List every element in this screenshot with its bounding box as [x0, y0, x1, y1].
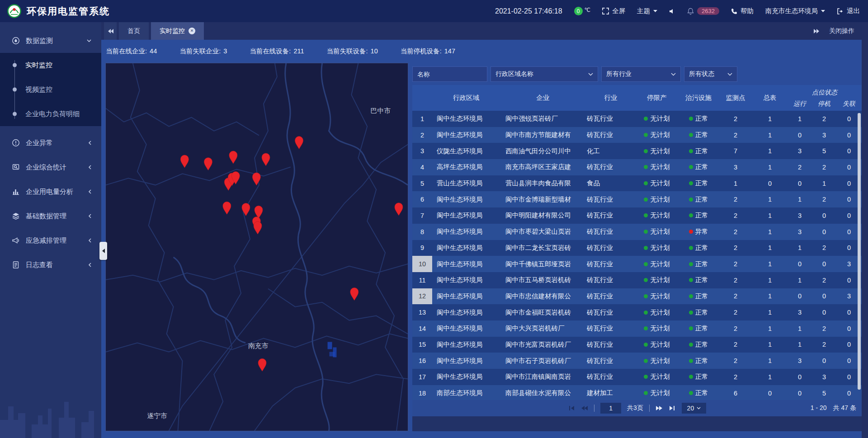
- map-marker-pin[interactable]: [223, 202, 231, 214]
- volume-button[interactable]: [669, 8, 675, 14]
- table-row[interactable]: 3仪陇生态环境局西南油气田分公司川中化工无计划正常71350: [412, 143, 862, 159]
- last-page-button[interactable]: [669, 405, 676, 411]
- col-industry: 行业: [586, 85, 636, 111]
- help-button[interactable]: 帮助: [731, 7, 754, 15]
- table-row[interactable]: 15阆中生态环境局阆中市光富页岩机砖厂砖瓦行业无计划正常21120: [412, 337, 862, 353]
- chevron-down-icon: [727, 73, 732, 76]
- cell-industry: 砖瓦行业: [586, 207, 636, 224]
- content-area: 首页 实时监控 ✕ 关闭操作 当前在线企业: 44当前失联企业: 3当前在线设备…: [101, 22, 868, 438]
- sidebar-collapse-handle[interactable]: [99, 242, 107, 260]
- map-marker-pin[interactable]: [229, 151, 237, 164]
- cell-run-count: 0: [788, 256, 812, 272]
- map-marker-pin[interactable]: [242, 203, 250, 216]
- table-row[interactable]: 10阆中生态环境局阆中千佛镇五郎垭页岩砖瓦行业无计划正常21003: [412, 256, 862, 272]
- table-row[interactable]: 6阆中生态环境局阆中市金博瑞新型墙材砖瓦行业无计划正常21120: [412, 191, 862, 207]
- cell-region: 阆中生态环境局: [432, 353, 500, 369]
- prev-page-button[interactable]: [581, 405, 588, 411]
- table-body: 1阆中生态环境局阆中强锐页岩砖厂砖瓦行业无计划正常211202阆中生态环境局阆中…: [412, 111, 862, 400]
- name-filter-input[interactable]: [412, 66, 487, 82]
- cell-monitor-count: 7: [719, 143, 752, 159]
- table-row[interactable]: 9阆中生态环境局阆中市二龙长宝页岩砖砖瓦行业无计划正常21120: [412, 240, 862, 256]
- table-row[interactable]: 17阆中生态环境局阆中市江南镇阆南页岩砖瓦行业无计划正常21030: [412, 369, 862, 385]
- page-size-select[interactable]: 20: [682, 403, 706, 414]
- cell-production-status: 无计划: [636, 111, 678, 127]
- logout-button[interactable]: 退出: [837, 7, 860, 15]
- table-row[interactable]: 12阆中生态环境局阆中市忠信建材有限公砖瓦行业无计划正常21003: [412, 288, 862, 305]
- cell-industry: 砖瓦行业: [586, 256, 636, 272]
- sidebar-item-enterprise-statistics[interactable]: 企业综合统计: [0, 155, 101, 179]
- cell-meter-count: 1: [752, 337, 788, 353]
- close-operations-button[interactable]: 关闭操作: [829, 27, 854, 35]
- sidebar-item-power-usage-analysis[interactable]: 企业用电量分析: [0, 179, 101, 204]
- table-row[interactable]: 2阆中生态环境局阆中市南方节能建材有砖瓦行业无计划正常21030: [412, 127, 862, 143]
- table-row[interactable]: 14阆中生态环境局阆中大兴页岩机砖厂砖瓦行业无计划正常21120: [412, 320, 862, 337]
- total-pages-label: 共3页: [627, 404, 643, 412]
- table-row[interactable]: 1阆中生态环境局阆中强锐页岩砖厂砖瓦行业无计划正常21120: [412, 111, 862, 127]
- cell-company: 阆中市江南镇阆南页岩: [500, 369, 586, 385]
- status-filter-select[interactable]: 所有状态: [684, 66, 737, 82]
- user-menu[interactable]: 南充市生态环境局: [765, 7, 825, 15]
- table-row[interactable]: 7阆中生态环境局阆中明阳建材有限公司砖瓦行业无计划正常21300: [412, 207, 862, 224]
- fullscreen-button[interactable]: 全屏: [602, 7, 625, 15]
- map-panel[interactable]: 巴中市南充市遂宁市: [105, 63, 408, 431]
- map-marker-pin[interactable]: [252, 173, 260, 185]
- stats-search-icon: [12, 163, 20, 171]
- current-page-input[interactable]: 1: [600, 403, 621, 414]
- table-scrollbar[interactable]: [858, 113, 861, 390]
- table-row[interactable]: 5营山生态环境局营山县润丰肉食品有限食品无计划正常10010: [412, 175, 862, 192]
- green-dot-icon: [644, 278, 648, 282]
- table-row[interactable]: 11阆中生态环境局阆中市五马桥页岩机砖砖瓦行业无计划正常21120: [412, 272, 862, 288]
- table-row[interactable]: 18南部生态环境局南部县砌佳水泥有限公建材加工无计划正常60050: [412, 385, 862, 400]
- sidebar-item-log-view[interactable]: 日志查看: [0, 253, 101, 277]
- map-marker-pin[interactable]: [255, 206, 263, 218]
- cell-facility-status: 异常: [678, 224, 719, 240]
- region-filter-select[interactable]: 行政区域名称: [491, 66, 598, 82]
- page-scrollbar-track[interactable]: [862, 22, 868, 438]
- status-dot-icon: [689, 326, 693, 330]
- theme-menu[interactable]: 主题: [637, 7, 657, 15]
- tab-close-icon[interactable]: ✕: [189, 28, 195, 34]
- table-row[interactable]: 4高坪生态环境局南充市高坪区王家店建砖瓦行业无计划正常31220: [412, 159, 862, 175]
- table-row[interactable]: 8阆中生态环境局阆中市枣碧大梁山页岩砖瓦行业无计划异常21300: [412, 224, 862, 240]
- map-marker-pin[interactable]: [204, 158, 212, 170]
- map-marker-pin[interactable]: [350, 287, 359, 300]
- cell-facility-status: 正常: [678, 369, 719, 385]
- map-marker-pin[interactable]: [295, 136, 303, 149]
- sidebar-item-enterprise-abnormal[interactable]: 企业异常: [0, 131, 101, 155]
- next-page-button[interactable]: [656, 405, 663, 411]
- cell-industry: 砖瓦行业: [586, 304, 636, 320]
- stat-label: 当前失联设备:: [327, 47, 370, 55]
- cell-monitor-count: 2: [719, 224, 752, 240]
- map-marker-pin[interactable]: [262, 153, 270, 166]
- stat-label: 当前停机设备:: [401, 47, 443, 55]
- sidebar-item-power-load-detail[interactable]: 企业电力负荷明细: [0, 102, 101, 126]
- industry-filter-select[interactable]: 所有行业: [601, 66, 681, 82]
- table-row[interactable]: 16阆中生态环境局阆中市石子页岩机砖厂砖瓦行业无计划正常21300: [412, 353, 862, 369]
- cell-facility-status: 正常: [678, 288, 719, 305]
- table-row[interactable]: 13阆中生态环境局阆中市金福旺页岩机砖砖瓦行业无计划正常21300: [412, 304, 862, 320]
- tab-realtime-monitoring[interactable]: 实时监控 ✕: [151, 22, 204, 40]
- sidebar-item-emergency-reduction[interactable]: 应急减排管理: [0, 228, 101, 253]
- bell-icon: [687, 8, 694, 15]
- tabs-scroll-left-button[interactable]: [104, 22, 117, 40]
- sidebar-item-video-monitoring[interactable]: 视频监控: [0, 77, 101, 102]
- cell-index: 8: [412, 224, 432, 240]
- map-marker-pin[interactable]: [180, 155, 189, 168]
- first-page-button[interactable]: [568, 405, 575, 411]
- map-canvas[interactable]: 巴中市南充市遂宁市: [106, 63, 408, 431]
- sidebar-item-realtime-monitoring[interactable]: 实时监控: [0, 53, 101, 77]
- cell-company: 阆中千佛镇五郎垭页岩: [500, 256, 586, 272]
- sidebar-item-base-data-management[interactable]: 基础数据管理: [0, 204, 101, 228]
- map-marker-pin[interactable]: [258, 358, 266, 371]
- map-marker-pin[interactable]: [395, 203, 403, 216]
- temperature-badge: 0: [574, 7, 583, 15]
- status-dot-icon: [689, 181, 693, 185]
- status-dot-icon: [689, 375, 693, 379]
- tab-home[interactable]: 首页: [119, 22, 149, 40]
- cell-industry: 砖瓦行业: [586, 320, 636, 337]
- sidebar-item-data-monitoring[interactable]: 数据监测: [0, 28, 101, 53]
- map-marker-pin[interactable]: [254, 221, 262, 234]
- double-chevron-right-icon[interactable]: [813, 28, 820, 34]
- cell-monitor-count: 2: [719, 288, 752, 305]
- notifications-button[interactable]: 2632: [687, 7, 719, 15]
